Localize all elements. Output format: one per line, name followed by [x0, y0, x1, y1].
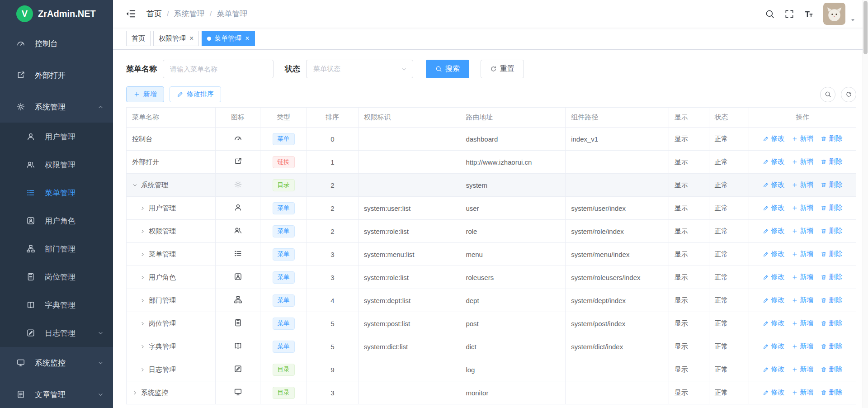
add-button[interactable]: 新增 [792, 365, 814, 374]
edit-button[interactable]: 修改 [763, 296, 785, 304]
sidebar-item-monitor[interactable]: 系统监控 [0, 347, 113, 379]
add-button[interactable]: 新增 [792, 273, 814, 281]
menu-status-select[interactable]: 菜单状态 [306, 60, 413, 78]
delete-button[interactable]: 删除 [821, 319, 843, 327]
delete-button[interactable]: 删除 [821, 273, 843, 281]
edit-button[interactable]: 修改 [763, 273, 785, 281]
delete-button[interactable]: 删除 [821, 296, 843, 304]
tab-close-icon[interactable]: × [245, 35, 249, 42]
sidebar-toggle-icon[interactable] [125, 8, 137, 19]
edit-icon [763, 182, 769, 188]
trash-icon [821, 297, 827, 304]
sidebar-item-menu[interactable]: 菜单管理 [0, 179, 113, 207]
add-button[interactable]: 新增 [792, 180, 814, 189]
sort-value: 1 [330, 158, 334, 166]
delete-button[interactable]: 删除 [821, 134, 843, 143]
font-size-icon[interactable] [804, 9, 814, 19]
sidebar-item-label: 用户角色 [45, 216, 104, 226]
row-collapse-icon[interactable] [140, 275, 146, 280]
breadcrumb-item[interactable]: 系统管理 [174, 9, 205, 19]
delete-button[interactable]: 删除 [821, 342, 843, 351]
edit-button[interactable]: 修改 [763, 365, 785, 374]
delete-button[interactable]: 删除 [821, 204, 843, 212]
sidebar-item-label: 权限管理 [45, 160, 104, 170]
add-button[interactable]: 新增 [792, 319, 814, 327]
component-value: index_v1 [571, 135, 598, 143]
edit-button[interactable]: 修改 [763, 250, 785, 258]
edit-button[interactable]: 修改 [763, 342, 785, 351]
tab-close-icon[interactable]: × [189, 35, 193, 42]
delete-button[interactable]: 删除 [821, 365, 843, 374]
refresh-table-button[interactable] [841, 87, 856, 102]
edit-button[interactable]: 修改 [763, 180, 785, 189]
page-scrollbar[interactable] [863, 0, 868, 408]
row-expand-icon[interactable] [132, 182, 138, 188]
row-collapse-icon[interactable] [140, 298, 146, 304]
sidebar-item-user[interactable]: 用户管理 [0, 123, 113, 151]
row-collapse-icon[interactable] [140, 321, 146, 327]
add-button[interactable]: 新增 [792, 204, 814, 212]
sidebar-item-system[interactable]: 系统管理 [0, 91, 113, 123]
type-tag: 菜单 [273, 341, 295, 353]
sidebar-item-dict[interactable]: 字典管理 [0, 291, 113, 319]
delete-button[interactable]: 删除 [821, 157, 843, 166]
scrollbar-thumb[interactable] [863, 1, 868, 54]
plus-icon [792, 389, 798, 396]
view-tab[interactable]: 菜单管理× [202, 31, 255, 46]
user-avatar[interactable] [823, 3, 845, 25]
row-collapse-icon[interactable] [140, 344, 146, 350]
row-collapse-icon[interactable] [140, 205, 146, 211]
add-button[interactable]: 新增 [792, 157, 814, 166]
view-tab[interactable]: 首页 [126, 31, 151, 46]
view-tab[interactable]: 权限管理× [153, 31, 199, 46]
delete-button[interactable]: 删除 [821, 250, 843, 258]
edit-sort-button[interactable]: 修改排序 [170, 86, 221, 102]
menu-name-input[interactable] [163, 60, 274, 78]
add-button[interactable]: 新增 [792, 250, 814, 258]
fullscreen-icon[interactable] [784, 9, 794, 19]
row-collapse-icon[interactable] [140, 251, 146, 257]
sidebar-item-roleusers[interactable]: 用户角色 [0, 207, 113, 235]
breadcrumb-separator: / [167, 9, 169, 19]
sidebar-item-external[interactable]: 外部打开 [0, 59, 113, 91]
search-icon[interactable] [765, 9, 775, 19]
sidebar-item-dept[interactable]: 部门管理 [0, 235, 113, 263]
status-value: 正常 [715, 135, 728, 142]
sidebar-item-role[interactable]: 权限管理 [0, 151, 113, 179]
toggle-search-button[interactable] [820, 87, 835, 102]
add-button[interactable]: 新增 [792, 342, 814, 351]
sidebar-item-dashboard[interactable]: 控制台 [0, 28, 113, 59]
edit-button[interactable]: 修改 [763, 157, 785, 166]
add-menu-button[interactable]: 新增 [126, 86, 164, 102]
log-icon [26, 328, 35, 337]
sidebar-item-post[interactable]: 岗位管理 [0, 263, 113, 291]
delete-button[interactable]: 删除 [821, 180, 843, 189]
user-menu-caret-icon[interactable] [849, 17, 856, 24]
row-collapse-icon[interactable] [140, 367, 146, 373]
edit-button[interactable]: 修改 [763, 134, 785, 143]
add-button[interactable]: 新增 [792, 296, 814, 304]
edit-button[interactable]: 修改 [763, 319, 785, 327]
row-collapse-icon[interactable] [140, 228, 146, 234]
edit-button[interactable]: 修改 [763, 227, 785, 235]
add-button[interactable]: 新增 [792, 388, 814, 397]
delete-button[interactable]: 删除 [821, 388, 843, 397]
select-placeholder: 菜单状态 [313, 65, 340, 73]
delete-button[interactable]: 删除 [821, 227, 843, 235]
sidebar-item-article[interactable]: 文章管理 [0, 379, 113, 408]
add-button[interactable]: 新增 [792, 227, 814, 235]
edit-button[interactable]: 修改 [763, 204, 785, 212]
row-collapse-icon[interactable] [132, 390, 138, 396]
column-header: 菜单名称 [127, 108, 216, 128]
add-button[interactable]: 新增 [792, 134, 814, 143]
app-logo[interactable]: V ZrAdmin.NET [0, 0, 113, 28]
search-button[interactable]: 搜索 [426, 60, 469, 78]
reset-button[interactable]: 重置 [481, 60, 524, 78]
perm-value: system:role:list [364, 228, 409, 235]
chevron-down-icon [97, 330, 104, 337]
plus-icon [792, 251, 798, 257]
breadcrumb-item[interactable]: 首页 [146, 9, 162, 19]
sidebar-item-log[interactable]: 日志管理 [0, 319, 113, 347]
edit-button[interactable]: 修改 [763, 388, 785, 397]
tab-label: 菜单管理 [214, 34, 241, 43]
